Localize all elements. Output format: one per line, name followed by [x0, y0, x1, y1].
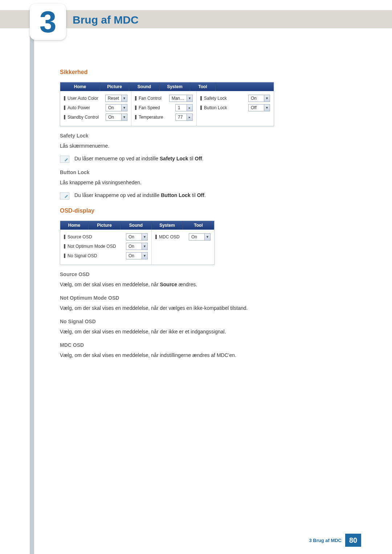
dropdown[interactable]: On▼: [189, 233, 211, 241]
footer-label: 3 Brug af MDC: [309, 538, 342, 543]
field-label: MDC OSD: [159, 234, 189, 239]
field-row: Temperature 77▸: [135, 114, 193, 121]
section-heading-osd: OSD-display: [60, 208, 343, 214]
field-marker: [200, 96, 202, 100]
field-marker: [135, 106, 136, 110]
chapter-number-box: 3: [30, 4, 66, 40]
tab-sound[interactable]: Sound: [129, 82, 160, 91]
field-label: Fan Control: [139, 96, 169, 101]
chevron-down-icon: ▼: [264, 95, 270, 102]
field-marker: [135, 115, 136, 119]
dropdown[interactable]: On▼: [248, 95, 270, 102]
field-row: MDC OSD On▼: [155, 233, 211, 241]
tab-picture[interactable]: Picture: [89, 221, 121, 230]
sub-heading: No Signal OSD: [60, 319, 343, 324]
chevron-down-icon: ▼: [121, 114, 127, 120]
spinner[interactable]: 1▸: [175, 104, 193, 111]
dropdown[interactable]: Man…▼: [169, 95, 193, 102]
tab-system[interactable]: System: [152, 221, 183, 230]
tab-home[interactable]: Home: [60, 221, 89, 230]
field-row: Auto Power On▼: [64, 104, 127, 111]
field-row: No Signal OSD On▼: [64, 252, 148, 259]
field-row: Safety Lock On▼: [200, 95, 270, 102]
field-row: Fan Speed 1▸: [135, 104, 193, 111]
field-row: Button Lock Off▼: [200, 104, 270, 111]
panel-body: User Auto Color Reset▼ Auto Power On▼ St…: [60, 91, 274, 126]
tab-system[interactable]: System: [160, 82, 190, 91]
chapter-number: 3: [40, 7, 57, 37]
sub-heading: Not Optimum Mode OSD: [60, 295, 343, 301]
tab-row: Home Picture Sound System Tool: [60, 82, 274, 91]
footer: 3 Brug af MDC 80: [0, 534, 392, 547]
chevron-down-icon: ▼: [142, 243, 147, 250]
side-strip: [30, 28, 34, 554]
panel-osd: Home Picture Sound System Tool Source OS…: [60, 221, 215, 265]
field-row: Standby Control On▼: [64, 114, 127, 121]
body-text: Vælg, om der skal vises en meddelelse, n…: [60, 304, 343, 312]
field-marker: [64, 244, 65, 249]
field-marker: [64, 235, 65, 239]
field-marker: [64, 96, 65, 100]
page-number: 80: [345, 534, 361, 547]
field-label: Fan Speed: [139, 105, 175, 110]
chevron-down-icon: ▼: [142, 253, 147, 259]
panel-sikkerhed: Home Picture Sound System Tool User Auto…: [60, 82, 274, 126]
note-row: Du låser menuerne op ved at indstille Sa…: [60, 155, 343, 163]
sub-heading: Button Lock: [60, 169, 343, 175]
panel-col: Safety Lock On▼ Button Lock Off▼: [197, 91, 274, 126]
field-marker: [64, 254, 65, 258]
panel-col: MDC OSD On▼: [152, 230, 214, 264]
chevron-down-icon: ▼: [187, 95, 192, 102]
body-text: Vælg, om der skal vises en meddelelse, n…: [60, 328, 343, 336]
field-label: User Auto Color: [68, 96, 105, 101]
dropdown[interactable]: On▼: [106, 104, 127, 111]
field-marker: [155, 235, 157, 239]
field-label: Auto Power: [68, 105, 106, 110]
chevron-down-icon: ▼: [204, 234, 210, 240]
body-text: Lås skærmmenuerne.: [60, 142, 343, 150]
body-text: Vælg, om der skal vises en meddelelse, n…: [60, 352, 343, 359]
sub-heading: MDC OSD: [60, 342, 343, 348]
content: Sikkerhed Home Picture Sound System Tool…: [60, 69, 343, 364]
tab-home[interactable]: Home: [60, 82, 100, 91]
tab-row: Home Picture Sound System Tool: [60, 221, 214, 230]
spinner[interactable]: 77▸: [175, 114, 193, 121]
chevron-down-icon: ▼: [142, 234, 147, 240]
field-label: Button Lock: [204, 105, 248, 110]
body-text: Vælg, om der skal vises en meddelelse, n…: [60, 281, 343, 288]
chevron-down-icon: ▼: [121, 95, 127, 102]
field-marker: [200, 106, 202, 110]
field-label: Safety Lock: [204, 96, 248, 101]
dropdown[interactable]: Reset▼: [105, 95, 127, 102]
dropdown[interactable]: On▼: [106, 114, 127, 121]
panel-col: Source OSD On▼ Not Optimum Mode OSD On▼ …: [60, 230, 152, 264]
chevron-right-icon: ▸: [187, 104, 192, 111]
section-heading-sikkerhed: Sikkerhed: [60, 69, 343, 75]
note-row: Du låser knapperne op ved at indstille B…: [60, 192, 343, 200]
tab-tool[interactable]: Tool: [183, 221, 214, 230]
note-text: Du låser knapperne op ved at indstille B…: [74, 192, 206, 199]
field-label: Source OSD: [68, 234, 126, 239]
field-row: User Auto Color Reset▼: [64, 95, 127, 102]
dropdown[interactable]: On▼: [126, 252, 148, 259]
field-marker: [64, 106, 65, 110]
dropdown[interactable]: Off▼: [248, 104, 270, 111]
field-row: Source OSD On▼: [64, 233, 148, 241]
dropdown[interactable]: On▼: [126, 243, 148, 250]
note-text: Du låser menuerne op ved at indstille Sa…: [74, 155, 204, 163]
field-label: Temperature: [139, 115, 175, 120]
chapter-title: Brug af MDC: [73, 14, 139, 26]
tab-sound[interactable]: Sound: [121, 221, 152, 230]
tab-tool[interactable]: Tool: [190, 82, 216, 91]
field-row: Not Optimum Mode OSD On▼: [64, 243, 148, 250]
field-marker: [135, 96, 136, 100]
chevron-down-icon: ▼: [264, 104, 270, 111]
chevron-down-icon: ▼: [121, 104, 127, 111]
tab-picture[interactable]: Picture: [100, 82, 129, 91]
field-row: Fan Control Man…▼: [135, 95, 193, 102]
panel-col: Fan Control Man…▼ Fan Speed 1▸ Temperatu…: [131, 91, 197, 126]
note-icon: [60, 192, 69, 200]
dropdown[interactable]: On▼: [126, 233, 148, 241]
sub-heading: Safety Lock: [60, 133, 343, 139]
field-label: No Signal OSD: [68, 253, 126, 258]
